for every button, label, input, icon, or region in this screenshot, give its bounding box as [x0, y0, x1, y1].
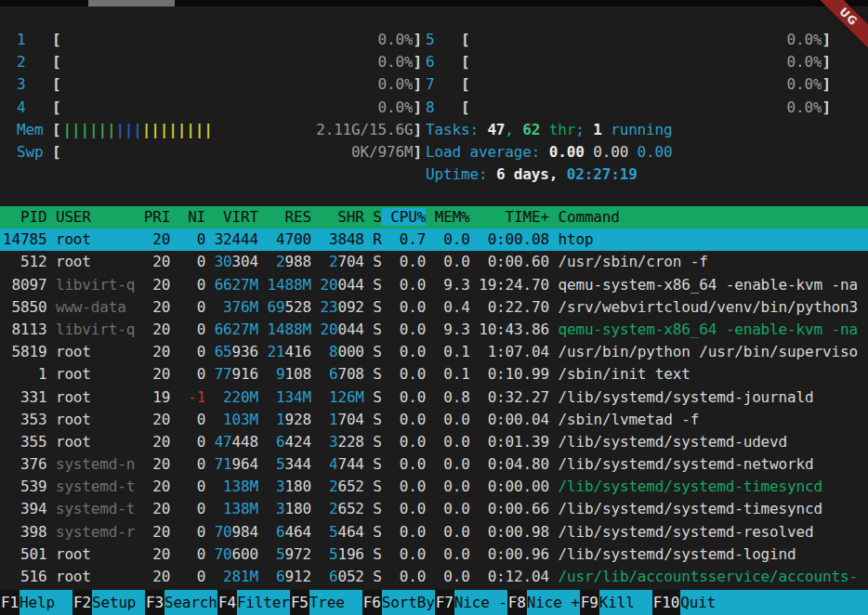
pid-cell: 376 [3, 455, 56, 473]
process-row[interactable]: 376 systemd-n 20 0 71964 5344 4744 S 0.0… [0, 453, 868, 476]
fn-button-help[interactable]: Help [20, 590, 72, 615]
pid-cell: 331 [3, 388, 56, 406]
htop-terminal: UG 1[0.0%]2[0.0%]3[0.0%]4[0.0%]Mem[|||||… [0, 0, 868, 615]
cpu-cell: 0.0 [390, 321, 434, 338]
time-cell: 0:01.39 [479, 433, 558, 451]
time-cell: 0:00.60 [479, 253, 558, 270]
meter-bracket-close: ] [822, 73, 830, 96]
cpu-mem-meters-left: 1[0.0%]2[0.0%]3[0.0%]4[0.0%]Mem[||||||||… [17, 29, 422, 164]
fn-button-kill[interactable]: Kill [599, 590, 652, 615]
meter-bracket-close: ] [413, 119, 421, 141]
process-row[interactable]: 394 systemd-t 20 0 138M 3180 2652 S 0.0 … [0, 498, 868, 520]
pid-cell: 8113 [3, 321, 56, 338]
fn-button-tree[interactable]: Tree [309, 590, 362, 615]
pid-cell: 501 [3, 545, 56, 563]
pid-cell: 394 [3, 500, 56, 517]
process-row[interactable]: 1 root 20 0 77916 9108 6708 S 0.0 0.1 0:… [0, 363, 868, 386]
meter-bar: 0.0% [469, 97, 822, 119]
fn-button-setup[interactable]: Setup [92, 590, 145, 615]
pid-cell: 512 [3, 253, 56, 270]
cpu-cell: 0.0 [390, 568, 434, 585]
process-row[interactable]: 353 root 20 0 103M 1928 1704 S 0.0 0.0 0… [0, 409, 868, 431]
ni-cell: 0 [179, 343, 215, 360]
pri-cell: 20 [144, 455, 179, 473]
table-header-left[interactable]: PID USER PRI NI VIRT RES SHR S [3, 208, 382, 226]
process-row[interactable]: 5850 www-data 20 0 376M 69528 23092 S 0.… [0, 296, 868, 319]
user-cell: root [56, 411, 144, 428]
user-cell: libvirt-q [56, 276, 144, 294]
meter-line: 1[0.0%] [17, 29, 422, 51]
ni-cell: 0 [179, 365, 215, 383]
mem-value-cell: 21416 [268, 343, 311, 360]
mem-value-cell: 103M [215, 411, 258, 428]
process-row[interactable]: 8097 libvirt-q 20 0 6627M 1488M 20044 S … [0, 274, 868, 296]
mem-value-cell: 3180 [268, 478, 311, 495]
fn-key-f3: F3 [145, 590, 164, 615]
sort-column-header-cpu[interactable]: CPU% [382, 208, 426, 226]
fn-button-nice-[interactable]: Nice - [454, 590, 507, 615]
process-row[interactable]: 501 root 20 0 70600 5972 5196 S 0.0 0.0 … [0, 543, 868, 566]
mem-pct-cell: 0.0 [435, 230, 479, 248]
process-row[interactable]: 8113 libvirt-q 20 0 6627M 1488M 20044 S … [0, 319, 868, 341]
meter-bracket-close: ] [413, 141, 421, 164]
ni-cell: 0 [179, 478, 215, 495]
user-cell: root [56, 388, 144, 406]
user-cell: root [56, 568, 144, 585]
user-cell: www-data [56, 298, 144, 316]
fn-button-nice-[interactable]: Nice + [527, 590, 580, 615]
pri-cell: 20 [144, 321, 179, 338]
mem-pct-cell: 0.1 [435, 365, 479, 383]
meter-label: 4 [17, 97, 52, 119]
table-header-row: PID USER PRI NI VIRT RES SHR S CPU% MEM%… [0, 206, 868, 229]
cpu-cell: 0.0 [390, 298, 434, 316]
tasks-line: Tasks: 47, 62 thr; 1 running [426, 119, 831, 141]
pri-cell: 20 [144, 253, 179, 270]
uptime-line: Uptime: 6 days, 02:27:19 [426, 164, 831, 186]
pri-cell: 20 [144, 433, 179, 451]
process-row[interactable]: 5819 root 20 0 65936 21416 8000 S 0.0 0.… [0, 341, 868, 363]
meter-bar: 0.0% [469, 29, 822, 51]
state-cell: S [373, 276, 390, 294]
user-cell: systemd-t [56, 478, 144, 495]
fn-button-quit[interactable]: Quit [680, 590, 868, 615]
time-cell: 0:00.04 [479, 411, 558, 428]
ni-cell: 0 [179, 523, 215, 541]
table-header-right[interactable]: MEM% TIME+ Command [426, 208, 620, 226]
meter-value: 0.0% [378, 98, 414, 116]
mem-pct-cell: 0.4 [435, 298, 479, 316]
meter-bracket-close: ] [413, 73, 421, 96]
cpu-cell: 0.0 [390, 455, 434, 473]
fn-key-f10: F10 [652, 590, 680, 615]
process-row[interactable]: 516 root 20 0 281M 6912 6052 S 0.0 0.0 0… [0, 566, 868, 588]
process-row[interactable]: 355 root 20 0 47448 6424 3228 S 0.0 0.0 … [0, 431, 868, 453]
state-cell: S [373, 500, 390, 517]
process-row[interactable]: 398 systemd-r 20 0 70984 6464 5464 S 0.0… [0, 521, 868, 543]
meter-bracket-open: [ [461, 51, 469, 73]
pri-cell: 19 [144, 388, 179, 406]
mem-value-cell: 2652 [320, 500, 363, 517]
process-row[interactable]: 331 root 19 -1 220M 134M 126M S 0.0 0.8 … [0, 386, 868, 409]
user-cell: systemd-t [56, 500, 144, 517]
meter-label: Swp [17, 141, 52, 164]
ni-cell: 0 [179, 411, 215, 428]
mem-value-cell: 6912 [268, 568, 311, 585]
state-cell: S [373, 321, 390, 338]
process-row[interactable]: 512 root 20 0 30304 2988 2704 S 0.0 0.0 … [0, 251, 868, 273]
process-row[interactable]: 539 systemd-t 20 0 138M 3180 2652 S 0.0 … [0, 476, 868, 498]
user-cell: root [56, 365, 144, 383]
ni-cell: 0 [179, 298, 215, 316]
pri-cell: 20 [144, 500, 179, 517]
meter-value: 0.0% [787, 75, 822, 93]
cpu-cell: 0.0 [390, 500, 434, 517]
fn-button-search[interactable]: Search [164, 590, 217, 615]
mem-pct-cell: 0.0 [435, 523, 479, 541]
process-row[interactable]: 14785 root 20 0 32444 4700 3848 R 0.7 0.… [0, 229, 868, 251]
fn-button-filter[interactable]: Filter [237, 590, 290, 615]
mem-value-cell: 1704 [320, 411, 363, 428]
window-drag-handle[interactable] [88, 0, 175, 7]
fn-button-sortby[interactable]: SortBy [382, 590, 435, 615]
pri-cell: 20 [144, 545, 179, 563]
mem-value-cell: 2988 [268, 253, 311, 270]
mem-pct-cell: 0.0 [435, 568, 479, 585]
mem-bar-blue: ||| [115, 121, 141, 138]
